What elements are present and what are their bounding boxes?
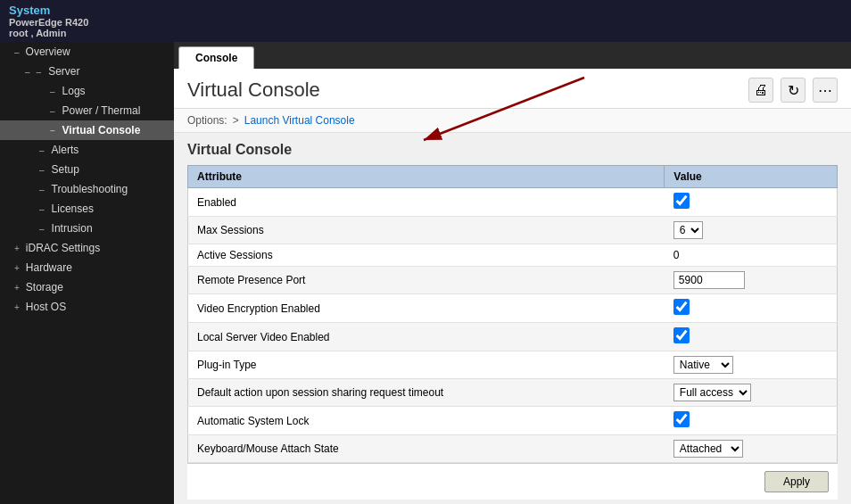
sidebar-item-logs[interactable]: –Logs [0,81,174,101]
system-title: System [9,4,842,17]
sidebar-label-storage: Storage [26,281,63,293]
input-3[interactable] [673,271,745,289]
sidebar-label-licenses: Licenses [52,202,94,215]
col-value: Value [665,166,838,188]
section-title: Virtual Console [187,142,838,158]
select-7[interactable]: Full accessRead onlyDeny [673,384,751,401]
row-value-3[interactable] [665,267,838,294]
options-bar: Options: > Launch Virtual Console [174,109,851,133]
sidebar-item-idrac-settings[interactable]: +iDRAC Settings [0,238,174,258]
row-value-0[interactable] [665,188,838,217]
table-row: Video Encryption Enabled [188,294,838,323]
page-header: Virtual Console 🖨 ↻ ⋯ [174,69,851,109]
system-sub1: PowerEdge R420 [9,17,842,28]
select-9[interactable]: AttachedDetached [673,440,743,458]
table-row: Keyboard/Mouse Attach StateAttachedDetac… [188,435,838,463]
section-content: Virtual Console AttributeValueEnabledMax… [174,133,851,504]
table-row: Automatic System Lock [188,407,838,435]
page-title: Virtual Console [187,78,320,102]
col-attribute: Attribute [188,166,665,188]
row-value-5[interactable] [665,323,838,351]
sidebar-item-setup[interactable]: –Setup [0,160,174,179]
row-attribute-7: Default action upon session sharing requ… [188,379,665,407]
tab-bar: Console [174,42,851,69]
row-value-6[interactable]: NativeActiveXJava [665,351,838,379]
more-button[interactable]: ⋯ [813,78,838,103]
row-value-8[interactable] [665,407,838,435]
apply-row: Apply [187,463,838,500]
sidebar-label-power-thermal: Power / Thermal [62,104,141,117]
row-attribute-5: Local Server Video Enabled [188,323,665,351]
select-1[interactable]: 123456 [673,221,703,239]
vc-table: AttributeValueEnabledMax Sessions123456A… [187,165,838,463]
row-attribute-1: Max Sessions [188,217,665,244]
row-attribute-8: Automatic System Lock [188,407,665,435]
header-icons: 🖨 ↻ ⋯ [748,78,838,103]
tab-console[interactable]: Console [178,46,254,69]
row-value-4[interactable] [665,294,838,323]
sidebar-label-setup: Setup [52,163,79,176]
options-label: Options: [187,114,227,127]
checkbox-0[interactable] [673,193,690,209]
row-value-2: 0 [665,244,838,267]
table-row: Enabled [188,188,838,217]
sidebar-label-alerts: Alerts [52,144,79,156]
sidebar: –Overview––Server–Logs–Power / Thermal–V… [0,42,174,504]
row-value-7[interactable]: Full accessRead onlyDeny [665,379,838,407]
checkbox-4[interactable] [673,299,690,315]
row-attribute-6: Plug-in Type [188,351,665,379]
sidebar-label-overview: Overview [26,45,70,58]
checkbox-8[interactable] [673,411,690,427]
sidebar-label-logs: Logs [62,85,86,97]
system-sub2: root , Admin [9,28,842,38]
sidebar-item-troubleshooting[interactable]: –Troubleshooting [0,179,174,199]
options-separator: > [233,114,239,127]
main-layout: –Overview––Server–Logs–Power / Thermal–V… [0,42,851,504]
print-button[interactable]: 🖨 [748,78,773,103]
sidebar-item-licenses[interactable]: –Licenses [0,199,174,219]
sidebar-item-host-os[interactable]: +Host OS [0,297,174,317]
sidebar-item-storage[interactable]: +Storage [0,277,174,297]
sidebar-label-hardware: Hardware [26,261,72,274]
table-row: Default action upon session sharing requ… [188,379,838,407]
table-row: Max Sessions123456 [188,217,838,244]
table-row: Remote Presence Port [188,267,838,294]
row-attribute-0: Enabled [188,188,665,217]
table-row: Active Sessions0 [188,244,838,267]
sidebar-item-intrusion[interactable]: –Intrusion [0,219,174,238]
sidebar-label-idrac-settings: iDRAC Settings [26,242,100,254]
sidebar-label-virtual-console: Virtual Console [62,124,141,136]
sidebar-item-power-thermal[interactable]: –Power / Thermal [0,101,174,120]
table-row: Plug-in TypeNativeActiveXJava [188,351,838,379]
row-attribute-3: Remote Presence Port [188,267,665,294]
sidebar-label-intrusion: Intrusion [52,222,93,235]
sidebar-item-alerts[interactable]: –Alerts [0,140,174,160]
sidebar-item-overview[interactable]: –Overview [0,42,174,62]
apply-button[interactable]: Apply [764,471,829,492]
row-attribute-2: Active Sessions [188,244,665,267]
row-attribute-4: Video Encryption Enabled [188,294,665,323]
sidebar-label-host-os: Host OS [26,301,66,313]
row-value-9[interactable]: AttachedDetached [665,435,838,463]
sidebar-item-virtual-console[interactable]: –Virtual Console [0,120,174,140]
sidebar-label-server: Server [48,65,79,78]
content-area: Console Virtual Console 🖨 ↻ ⋯ Options: >… [174,42,851,504]
refresh-button[interactable]: ↻ [781,78,806,103]
top-header: System PowerEdge R420 root , Admin [0,0,851,42]
sidebar-label-troubleshooting: Troubleshooting [52,183,128,195]
launch-virtual-console-link[interactable]: Launch Virtual Console [244,114,355,127]
sidebar-item-hardware[interactable]: +Hardware [0,258,174,277]
sidebar-item-server[interactable]: ––Server [0,62,174,81]
row-value-1[interactable]: 123456 [665,217,838,244]
table-row: Local Server Video Enabled [188,323,838,351]
checkbox-5[interactable] [673,327,690,343]
row-attribute-9: Keyboard/Mouse Attach State [188,435,665,463]
select-6[interactable]: NativeActiveXJava [673,356,733,374]
